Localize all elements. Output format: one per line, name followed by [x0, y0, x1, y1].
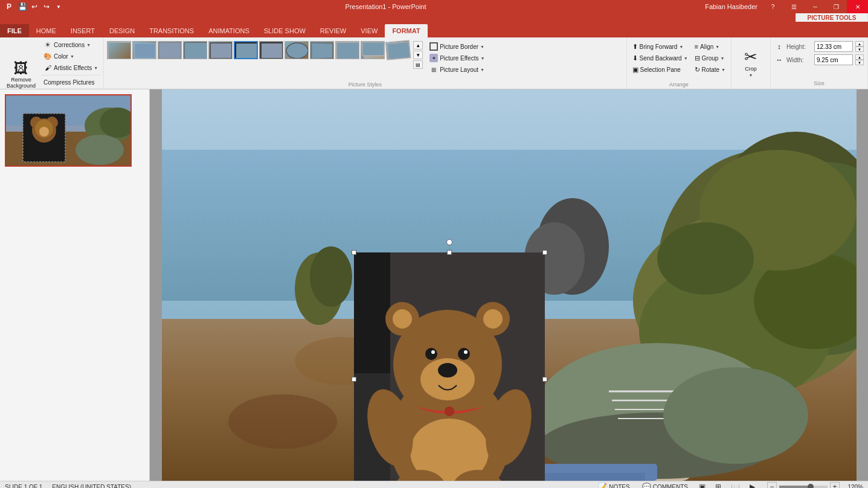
tab-review[interactable]: REVIEW	[313, 24, 353, 37]
picture-effects-button[interactable]: ✦ Picture Effects ▼	[427, 53, 487, 63]
slide-thumb-image	[5, 94, 132, 167]
zoom-slider-thumb[interactable]	[808, 484, 814, 488]
bring-forward-button[interactable]: ⬆ Bring Forward ▼	[630, 41, 690, 52]
handle-top-center[interactable]	[447, 250, 452, 255]
picture-style-2[interactable]	[132, 41, 156, 59]
rotate-handle[interactable]	[446, 239, 452, 245]
notes-button[interactable]: 📝 NOTES	[594, 481, 633, 488]
svg-rect-4	[159, 43, 181, 59]
slideshow-button[interactable]: ▶	[747, 481, 757, 488]
height-label: Height:	[786, 43, 812, 50]
picture-styles-group-label: Picture Styles	[107, 81, 623, 88]
slide-canvas[interactable]	[162, 89, 857, 481]
svg-point-50	[657, 222, 754, 295]
ribbon-group-crop: ✂ Crop ▼	[731, 37, 771, 89]
layout-arrow: ▼	[480, 68, 484, 72]
qat-redo-button[interactable]: ↪	[41, 1, 52, 12]
artistic-arrow: ▼	[94, 66, 98, 70]
qat-customize-button[interactable]: ▼	[53, 1, 64, 12]
restore-button[interactable]: ❐	[826, 0, 847, 13]
width-spin-up[interactable]: ▲	[855, 54, 864, 60]
teddy-image-container[interactable]	[354, 252, 545, 481]
height-spinner: ▲ ▼	[855, 41, 864, 52]
tab-design[interactable]: DESIGN	[102, 24, 142, 37]
height-spin-up[interactable]: ▲	[855, 41, 864, 47]
picture-border-button[interactable]: Picture Border ▼	[427, 41, 487, 52]
picture-style-6[interactable]	[234, 41, 258, 59]
picture-style-5[interactable]	[208, 41, 233, 59]
picture-style-1[interactable]	[107, 41, 131, 59]
picture-style-3[interactable]	[158, 41, 182, 59]
arrange-group-label: Arrange	[630, 81, 728, 88]
width-spin-down[interactable]: ▼	[855, 60, 864, 65]
width-label: Width:	[786, 57, 812, 63]
styles-more[interactable]: ▤	[413, 60, 423, 69]
crop-button[interactable]: ✂ Crop ▼	[738, 45, 764, 81]
styles-scroll-down[interactable]: ▼	[413, 51, 423, 59]
help-button[interactable]: ?	[762, 0, 783, 13]
zoom-percent[interactable]: 120%	[842, 484, 863, 489]
align-button[interactable]: ≡ Align ▼	[692, 41, 728, 52]
handle-top-left[interactable]	[352, 250, 356, 255]
slide-info: SLIDE 1 OF 1	[5, 484, 42, 489]
tab-format[interactable]: FORMAT	[385, 24, 427, 37]
height-spin-down[interactable]: ▼	[855, 47, 864, 52]
picture-style-12[interactable]	[385, 40, 411, 60]
tab-view[interactable]: VIEW	[353, 24, 385, 37]
slide-sorter-button[interactable]: ⊞	[713, 481, 724, 488]
handle-middle-right[interactable]	[542, 377, 547, 382]
qat-save-button[interactable]: 💾	[17, 1, 28, 12]
width-spinner: ▲ ▼	[855, 54, 864, 65]
picture-style-4[interactable]	[183, 41, 207, 59]
tab-transitions[interactable]: TRANSITIONS	[142, 24, 201, 37]
corrections-icon: ☀	[43, 40, 52, 49]
reading-view-button[interactable]: 📖	[728, 481, 742, 488]
group-icon: ⊟	[695, 54, 700, 62]
svg-point-76	[393, 309, 412, 329]
picture-style-7[interactable]	[259, 41, 283, 59]
style-thumbnails-area	[107, 41, 410, 59]
send-backward-button[interactable]: ⬇ Send Backward ▼	[630, 53, 690, 63]
width-icon: ↔	[774, 55, 784, 65]
group-button[interactable]: ⊟ Group ▼	[692, 53, 728, 63]
width-input[interactable]: 9.25 cm	[814, 54, 853, 65]
tab-animations[interactable]: ANIMATIONS	[201, 24, 257, 37]
qat-undo-button[interactable]: ↩	[29, 1, 40, 12]
zoom-out-button[interactable]: −	[767, 482, 777, 488]
tab-slideshow[interactable]: SLIDE SHOW	[257, 24, 313, 37]
normal-view-button[interactable]: ▣	[696, 481, 708, 488]
ribbon-group-arrange: ⬆ Bring Forward ▼ ⬇ Send Backward ▼ ▣ Se…	[627, 37, 731, 89]
height-input[interactable]: 12.33 cm	[814, 41, 853, 52]
comments-button[interactable]: 💬 COMMENTS	[638, 481, 692, 488]
picture-layout-label: Picture Layout	[440, 66, 478, 73]
remove-background-button[interactable]: 🖼 RemoveBackground	[3, 57, 39, 93]
color-label: Color	[54, 53, 68, 60]
zoom-in-button[interactable]: +	[830, 482, 840, 488]
rotate-button[interactable]: ↻ Rotate ▼	[692, 64, 728, 75]
styles-scroll-up[interactable]: ▲	[413, 41, 423, 50]
send-backward-label: Send Backward	[640, 55, 682, 62]
slide-thumbnail-1[interactable]: 1	[5, 94, 144, 167]
minimize-button[interactable]: ─	[805, 0, 826, 13]
ribbon-display-button[interactable]: ☰	[783, 0, 805, 13]
corrections-button[interactable]: ☀ Corrections ▼	[41, 39, 100, 50]
picture-style-10[interactable]	[335, 41, 359, 59]
selection-pane-button[interactable]: ▣ Selection Pane	[630, 64, 690, 75]
selection-pane-label: Selection Pane	[640, 66, 681, 73]
tab-home[interactable]: HOME	[29, 24, 63, 37]
picture-style-9[interactable]	[310, 41, 334, 59]
tab-file[interactable]: FILE	[0, 24, 29, 37]
picture-style-11[interactable]	[361, 41, 385, 59]
picture-layout-button[interactable]: ⊞ Picture Layout ▼	[427, 64, 487, 75]
picture-style-8[interactable]	[285, 41, 309, 59]
zoom-slider-track[interactable]	[779, 486, 828, 488]
handle-top-right[interactable]	[542, 250, 547, 255]
close-button[interactable]: ✕	[847, 0, 868, 13]
tab-insert[interactable]: INSERT	[63, 24, 102, 37]
handle-middle-left[interactable]	[352, 377, 356, 382]
compress-pictures-button[interactable]: Compress Pictures	[41, 77, 100, 88]
color-button[interactable]: 🎨 Color ▼	[41, 51, 100, 62]
artistic-effects-button[interactable]: 🖌 Artistic Effects ▼	[41, 62, 100, 73]
styles-scroll-arrows[interactable]: ▲ ▼ ▤	[413, 41, 423, 69]
bring-forward-label: Bring Forward	[640, 43, 678, 50]
